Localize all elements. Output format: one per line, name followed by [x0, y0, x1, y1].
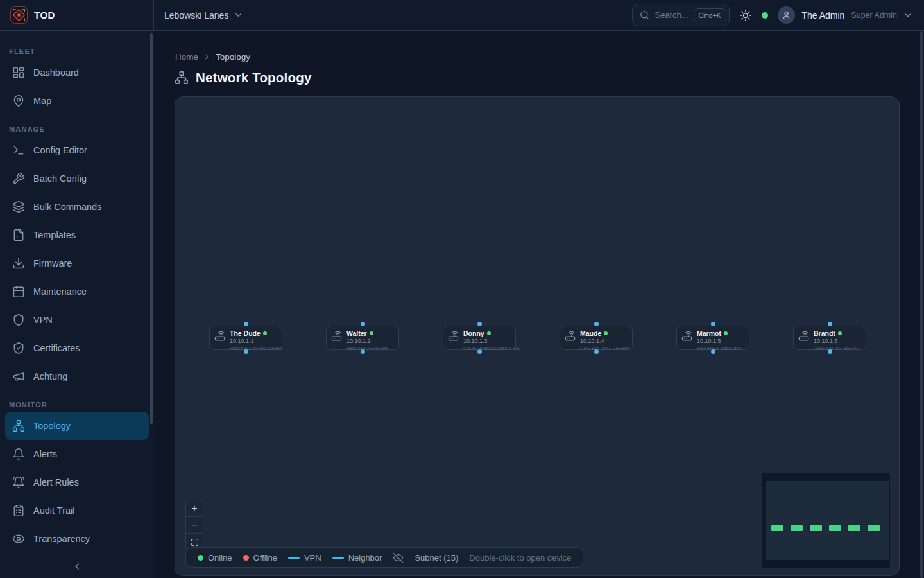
device-ip: 10.10.1.3 — [463, 338, 513, 344]
wrench-icon — [12, 172, 25, 185]
legend-hint: Double-click to open device — [469, 553, 571, 563]
port-dot-top[interactable] — [361, 322, 365, 326]
topology-canvas[interactable]: The Dude10.10.1.1RBD53iG-5HacD2HnDWalter… — [175, 96, 900, 576]
workspace-selector[interactable]: Lebowski Lanes — [164, 10, 243, 21]
device-model: RB5009UG+S+IN — [346, 346, 388, 351]
user-icon — [782, 10, 791, 20]
minimap-node — [810, 525, 822, 531]
port-dot-top[interactable] — [244, 322, 248, 326]
sidebar-item-certificates[interactable]: Certificates — [5, 334, 149, 362]
topology-legend: Online Offline VPN Neighbor Subnet (15) … — [185, 547, 583, 568]
user-menu[interactable]: The Admin Super Admin — [778, 6, 912, 24]
sidebar-item-achtung[interactable]: Achtung — [5, 362, 149, 390]
device-name: The Dude — [230, 329, 261, 337]
eye-icon — [12, 532, 25, 545]
sidebar-scrollbar-thumb[interactable] — [150, 33, 153, 424]
device-node[interactable]: The Dude10.10.1.1RBD53iG-5HacD2HnD — [209, 326, 282, 350]
dashboard-icon — [12, 66, 25, 79]
search-placeholder: Search... — [654, 10, 688, 20]
eye-off-icon[interactable] — [393, 552, 404, 563]
port-dot-bottom[interactable] — [711, 349, 715, 354]
legend-subnet-label[interactable]: Subnet (15) — [415, 553, 458, 563]
port-dot-bottom[interactable] — [244, 349, 248, 354]
device-node[interactable]: Brandt10.10.1.6CRS309-1G-8S+IN — [793, 326, 866, 350]
minimap[interactable] — [762, 473, 890, 568]
sidebar-item-label: Firmware — [33, 258, 72, 268]
sidebar-item-bulk-commands[interactable]: Bulk Commands — [5, 193, 149, 221]
minimap-node — [848, 525, 860, 531]
sidebar-item-batch-config[interactable]: Batch Config — [5, 164, 149, 193]
sidebar-item-label: Batch Config — [33, 173, 87, 184]
minimap-viewport[interactable] — [766, 481, 889, 560]
sidebar-item-config-editor[interactable]: Config Editor — [5, 136, 149, 164]
sidebar-item-alert-rules[interactable]: Alert Rules — [5, 468, 149, 496]
sidebar-item-label: Audit Trail — [33, 505, 74, 516]
section-label-manage: MANAGE — [9, 125, 146, 133]
port-dot-bottom[interactable] — [477, 349, 482, 354]
legend-offline: Offline — [243, 553, 277, 563]
device-node[interactable]: Maude10.10.1.4CRS326-24G-2S+RM — [560, 326, 633, 350]
breadcrumb: Home Topology — [175, 52, 924, 62]
file-icon — [12, 229, 25, 241]
device-status-dot — [724, 331, 728, 335]
user-name: The Admin — [801, 10, 844, 21]
device-node[interactable]: Donny10.10.1.3C52iG-5HaxD2HaxD-US — [443, 326, 516, 350]
sidebar-item-firmware[interactable]: Firmware — [5, 249, 149, 277]
port-dot-bottom[interactable] — [361, 349, 365, 354]
zoom-in-button[interactable]: + — [186, 500, 203, 517]
router-icon — [214, 331, 225, 342]
search-input[interactable]: Search... Cmd+K — [632, 4, 730, 26]
download-icon — [12, 257, 25, 270]
sidebar-item-map[interactable]: Map — [5, 87, 149, 115]
fit-view-icon — [191, 538, 199, 547]
brand-name: TOD — [34, 10, 55, 21]
sidebar-item-label: Dashboard — [33, 67, 79, 78]
topology-icon — [12, 419, 25, 432]
page-title: Network Topology — [196, 70, 311, 85]
sidebar-item-maintenance[interactable]: Maintenance — [5, 277, 149, 306]
device-model: CRS309-1G-8S+IN — [814, 346, 858, 351]
brand-area: TOD — [0, 0, 154, 30]
device-ip: 10.10.1.2 — [346, 338, 388, 344]
sidebar-item-label: Map — [33, 96, 51, 106]
bell-ring-icon — [12, 476, 25, 489]
sidebar-item-audit-trail[interactable]: Audit Trail — [5, 496, 149, 525]
router-icon — [448, 331, 459, 342]
sidebar-item-templates[interactable]: Templates — [5, 221, 149, 249]
router-icon — [681, 331, 692, 342]
port-dot-bottom[interactable] — [594, 349, 599, 354]
device-ip: 10.10.1.4 — [580, 338, 629, 344]
device-node[interactable]: Walter10.10.1.2RB5009UG+S+IN — [326, 326, 399, 350]
legend-neighbor-label: Neighbor — [348, 553, 382, 563]
workspace-name: Lebowski Lanes — [164, 10, 228, 21]
connection-status-dot — [762, 12, 768, 19]
main-scrollbar[interactable] — [920, 31, 923, 578]
breadcrumb-home[interactable]: Home — [175, 52, 198, 62]
port-dot-top[interactable] — [711, 322, 715, 326]
sidebar-item-vpn[interactable]: VPN — [5, 306, 149, 334]
sidebar-item-transparency[interactable]: Transparency — [5, 525, 149, 553]
megaphone-icon — [12, 370, 25, 383]
device-status-dot — [263, 331, 267, 335]
zoom-out-button[interactable]: − — [186, 517, 203, 534]
port-dot-top[interactable] — [594, 322, 599, 326]
search-icon — [640, 10, 649, 20]
sidebar-item-topology[interactable]: Topology — [5, 412, 149, 440]
sidebar-collapse-button[interactable] — [0, 554, 154, 578]
theme-toggle-button[interactable] — [739, 9, 752, 22]
sidebar-item-label: Achtung — [33, 371, 67, 381]
port-dot-top[interactable] — [477, 322, 482, 326]
sidebar-item-dashboard[interactable]: Dashboard — [5, 58, 149, 87]
port-dot-top[interactable] — [828, 322, 832, 326]
port-dot-bottom[interactable] — [828, 349, 832, 354]
device-model: C52iG-5HaxD2HaxD-US — [463, 346, 513, 351]
topology-title-icon — [175, 71, 189, 85]
sidebar-item-label: Topology — [33, 421, 71, 431]
device-ip: 10.10.1.1 — [230, 338, 279, 344]
device-node[interactable]: Marmot10.10.1.5RBcAPGi-5acD2nD — [676, 326, 749, 350]
legend-vpn-label: VPN — [304, 553, 321, 563]
search-shortcut-badge: Cmd+K — [694, 8, 726, 22]
sidebar-item-label: Config Editor — [33, 145, 87, 155]
sidebar-item-alerts[interactable]: Alerts — [5, 440, 149, 468]
router-icon — [331, 331, 342, 342]
